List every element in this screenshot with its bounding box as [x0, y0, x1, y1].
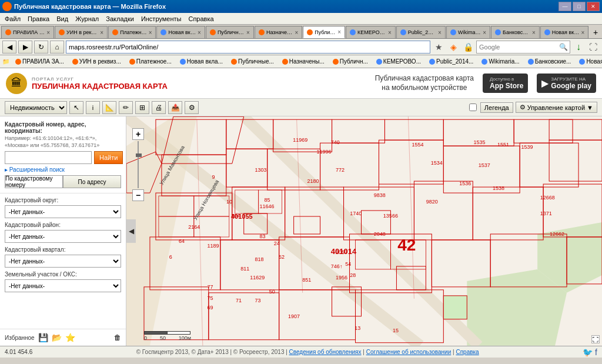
home-button[interactable]: ⌂: [50, 41, 64, 54]
print-button[interactable]: 🖨: [152, 101, 166, 114]
bookmark-11[interactable]: Новая вкла...: [576, 56, 602, 66]
tab-8[interactable]: Public_2014... ×: [396, 26, 446, 38]
bookmark-0[interactable]: ПРАВИЛА ЗА...: [12, 56, 68, 66]
back-button[interactable]: ◀: [2, 41, 16, 54]
bookmark-4[interactable]: Публичные...: [228, 56, 277, 66]
export-button[interactable]: 📤: [168, 101, 182, 114]
menu-bookmarks[interactable]: Закладки: [102, 14, 138, 24]
advanced-search-link[interactable]: ▸ Расширенный поиск: [5, 166, 121, 173]
menu-history[interactable]: Журнал: [72, 14, 102, 24]
lock-icon: 🔒: [461, 41, 474, 54]
facebook-icon[interactable]: f: [595, 348, 597, 357]
favorites-save-icon[interactable]: 💾: [38, 333, 48, 342]
favorites-label: Избранное: [5, 335, 35, 341]
region-select[interactable]: -Нет данных-: [5, 230, 121, 243]
bookmark-9[interactable]: Wikimaria...: [478, 56, 523, 66]
url-bar[interactable]: [66, 41, 430, 54]
bookmark-10[interactable]: Банковские...: [524, 56, 575, 66]
rss-icon[interactable]: ◈: [447, 41, 460, 54]
tab-5[interactable]: Назначены... ×: [255, 26, 302, 38]
menu-edit[interactable]: Правка: [24, 14, 53, 24]
terms-link[interactable]: Соглашение об использовании: [366, 349, 452, 355]
manage-map-label: Управление картой: [527, 104, 585, 111]
bookmark-1[interactable]: УИН в реквиз...: [69, 56, 125, 66]
legend-checkbox[interactable]: [469, 103, 477, 111]
draw-tool-button[interactable]: ✏: [119, 101, 133, 114]
block-select[interactable]: -Нет данных-: [5, 255, 121, 268]
menu-help[interactable]: Справка: [185, 14, 217, 24]
property-type-select[interactable]: Недвижимость: [5, 101, 67, 114]
download-icon[interactable]: ↓: [572, 41, 585, 54]
bookmark-6[interactable]: Публичн...: [329, 56, 372, 66]
info-tool-button[interactable]: i: [86, 101, 100, 114]
parcel-772: 772: [336, 167, 345, 173]
measure-tool-button[interactable]: 📐: [102, 101, 116, 114]
tab-3[interactable]: Новая вкла... ×: [156, 26, 205, 38]
tab-2[interactable]: Платежное... ×: [108, 26, 156, 38]
help-link[interactable]: Справка: [456, 349, 479, 355]
zoom-out-button[interactable]: −: [132, 189, 144, 201]
map-nav-arrow[interactable]: ◀: [126, 219, 136, 243]
manage-map-button[interactable]: ⚙ Управление картой ▼: [516, 102, 597, 113]
reload-button[interactable]: ↻: [34, 41, 48, 54]
app-store-badge[interactable]: Доступно в App Store: [483, 74, 528, 93]
legend-button[interactable]: Легенда: [480, 102, 513, 113]
copyright-text: © Госпицентр 2013, © Дата+ 2013 | © Роср…: [37, 349, 578, 355]
parcel-28: 28: [350, 272, 356, 278]
bookmark-8[interactable]: Public_2014...: [426, 56, 477, 66]
star-icon[interactable]: ★: [432, 41, 445, 54]
zoom-in-button[interactable]: +: [132, 128, 144, 140]
search-input[interactable]: [476, 41, 570, 54]
search-area-button[interactable]: ⊞: [135, 101, 149, 114]
cursor-tool-button[interactable]: ↖: [69, 101, 83, 114]
tab-10[interactable]: Банковские... ×: [491, 26, 540, 38]
bookmarks-bar: 📁 ПРАВИЛА ЗА... УИН в реквиз... Платежно…: [0, 55, 602, 68]
tab-0[interactable]: ПРАВИЛА ЗА... ×: [1, 26, 54, 38]
twitter-icon[interactable]: 🐦: [583, 348, 593, 357]
map-svg: [126, 116, 602, 346]
close-button[interactable]: ✕: [587, 2, 600, 11]
menu-tools[interactable]: Инструменты: [138, 14, 185, 24]
new-tab-button[interactable]: +: [590, 26, 601, 38]
favorites-open-icon[interactable]: 📂: [52, 333, 62, 342]
tab-9[interactable]: Wikimaria... ×: [446, 26, 490, 38]
cadaster-search-input[interactable]: [5, 151, 92, 164]
parcel-9: 9: [212, 174, 215, 180]
minimize-button[interactable]: —: [558, 2, 571, 11]
tab-11[interactable]: Новая вкла... ×: [540, 26, 588, 38]
tab-by-address[interactable]: По адресу: [63, 175, 121, 188]
maximize-button[interactable]: □: [573, 2, 586, 11]
parcel-2057: 2057: [336, 249, 347, 255]
zoom-slider[interactable]: [136, 153, 142, 157]
tab-1[interactable]: УИН в реквиз... ×: [55, 26, 108, 38]
update-link[interactable]: Сведения об обновлениях: [289, 349, 362, 355]
tab-6[interactable]: Публичн... ×: [303, 26, 345, 38]
tab-by-number[interactable]: По кадастровому номеру: [5, 175, 63, 188]
parcel-77: 77: [208, 284, 213, 290]
search-button[interactable]: Найти: [94, 151, 123, 164]
parcel-select[interactable]: -Нет данных-: [5, 279, 121, 292]
settings-button[interactable]: ⚙: [185, 101, 199, 114]
map-area[interactable]: Улица Мамонтова Улица Ноговицева 42 4010…: [126, 116, 602, 346]
parcel-1535: 1535: [474, 139, 486, 145]
bookmark-5[interactable]: Назначены...: [279, 56, 328, 66]
google-play-badge[interactable]: ▶ ЗАГРУЗИТЕ НА Google play: [537, 74, 596, 93]
maximize-page-icon[interactable]: ⛶: [587, 41, 600, 54]
parcel-818: 818: [255, 256, 263, 262]
forward-button[interactable]: ▶: [18, 41, 32, 54]
menu-view[interactable]: Вид: [53, 14, 72, 24]
tab-4[interactable]: Публичные... ×: [206, 26, 254, 38]
menu-file[interactable]: Файл: [1, 14, 24, 24]
tab-7[interactable]: КЕМЕРОВО... ×: [346, 26, 396, 38]
parcel-851: 851: [302, 277, 311, 283]
district-select[interactable]: -Нет данных-: [5, 205, 121, 218]
favorites-star-icon[interactable]: ⭐: [65, 333, 75, 342]
favorites-delete-icon[interactable]: 🗑: [114, 333, 121, 342]
parcel-label: Земельный участок / ОКС:: [5, 271, 121, 278]
nav-bar: ◀ ▶ ↻ ⌂ ★ ◈ 🔒 🔍 ↓ ⛶: [0, 39, 602, 55]
parcel-52: 52: [279, 254, 285, 260]
bookmark-2[interactable]: Платежное...: [126, 56, 175, 66]
bookmark-7[interactable]: КЕМЕРОВО...: [373, 56, 424, 66]
bookmark-3[interactable]: Новая вкла...: [176, 56, 226, 66]
expand-icon[interactable]: ⛶: [591, 335, 600, 343]
